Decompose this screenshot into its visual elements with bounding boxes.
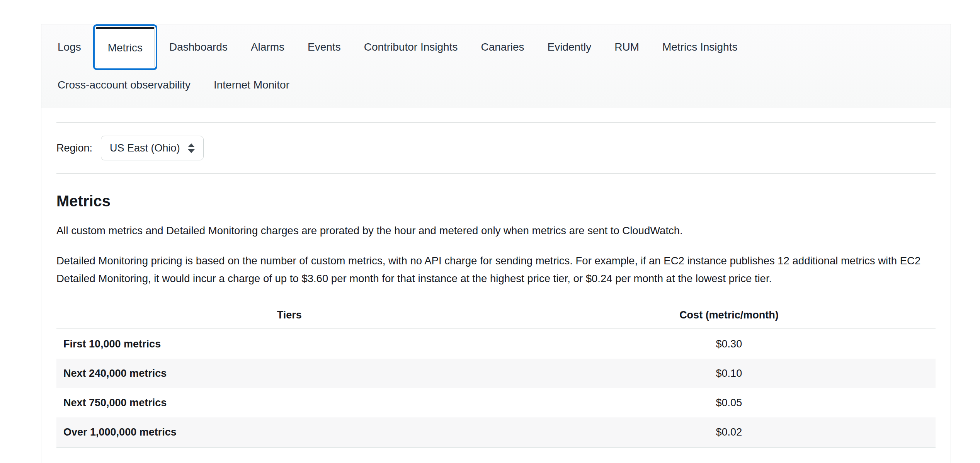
tab-rum[interactable]: RUM bbox=[603, 28, 651, 66]
tier-cell: Next 750,000 metrics bbox=[56, 397, 522, 409]
region-select[interactable]: US East (Ohio) bbox=[101, 136, 204, 160]
table-header-row: Tiers Cost (metric/month) bbox=[56, 301, 936, 329]
product-tab-bar: LogsMetricsDashboardsAlarmsEventsContrib… bbox=[41, 24, 951, 108]
cost-cell: $0.05 bbox=[522, 397, 936, 409]
metrics-pricing-table: Tiers Cost (metric/month) First 10,000 m… bbox=[56, 301, 936, 448]
table-row: Next 240,000 metrics$0.10 bbox=[56, 359, 936, 388]
region-select-value: US East (Ohio) bbox=[110, 142, 180, 154]
cost-cell: $0.30 bbox=[522, 338, 936, 350]
region-label: Region: bbox=[56, 142, 92, 154]
tab-alarms[interactable]: Alarms bbox=[239, 28, 296, 66]
intro-paragraph: All custom metrics and Detailed Monitori… bbox=[56, 222, 936, 240]
tab-row-2: Cross-account observabilityInternet Moni… bbox=[46, 68, 946, 102]
column-header-tiers: Tiers bbox=[56, 309, 522, 321]
section-title: Metrics bbox=[56, 192, 936, 209]
tab-internet-monitor[interactable]: Internet Monitor bbox=[202, 70, 301, 100]
tab-metrics[interactable]: Metrics bbox=[96, 27, 155, 67]
tab-logs[interactable]: Logs bbox=[46, 28, 93, 66]
tab-dashboards[interactable]: Dashboards bbox=[158, 28, 239, 66]
updown-caret-icon bbox=[188, 143, 195, 153]
table-row: First 10,000 metrics$0.30 bbox=[56, 329, 936, 359]
tab-events[interactable]: Events bbox=[296, 28, 352, 66]
tab-canaries[interactable]: Canaries bbox=[469, 28, 536, 66]
tier-cell: Next 240,000 metrics bbox=[56, 368, 522, 380]
region-row: Region: US East (Ohio) bbox=[56, 123, 936, 173]
table-row: Over 1,000,000 metrics$0.02 bbox=[56, 417, 936, 448]
divider bbox=[56, 173, 936, 174]
tier-cell: Over 1,000,000 metrics bbox=[56, 426, 522, 438]
column-header-cost: Cost (metric/month) bbox=[522, 309, 936, 321]
pricing-panel: LogsMetricsDashboardsAlarmsEventsContrib… bbox=[41, 24, 951, 463]
table-body: First 10,000 metrics$0.30Next 240,000 me… bbox=[56, 329, 936, 448]
tier-cell: First 10,000 metrics bbox=[56, 338, 522, 350]
tab-contributor-insights[interactable]: Contributor Insights bbox=[352, 28, 470, 66]
example-paragraph: Detailed Monitoring pricing is based on … bbox=[56, 252, 936, 288]
tab-evidently[interactable]: Evidently bbox=[536, 28, 603, 66]
tab-row-1: LogsMetricsDashboardsAlarmsEventsContrib… bbox=[46, 26, 946, 68]
cost-cell: $0.10 bbox=[522, 368, 936, 380]
tab-cross-account-observability[interactable]: Cross-account observability bbox=[46, 70, 202, 100]
tab-metrics-insights[interactable]: Metrics Insights bbox=[651, 28, 749, 66]
pricing-content: Region: US East (Ohio) Metrics All custo… bbox=[41, 122, 951, 448]
cost-cell: $0.02 bbox=[522, 426, 936, 438]
table-row: Next 750,000 metrics$0.05 bbox=[56, 388, 936, 417]
